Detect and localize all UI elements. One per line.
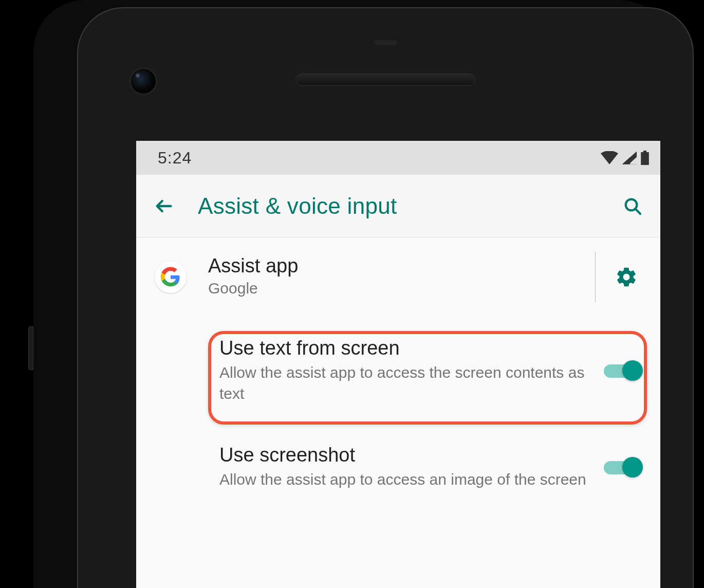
switch-thumb (622, 360, 643, 381)
svg-line-1 (636, 209, 640, 213)
assist-app-row[interactable]: Assist app Google (136, 237, 660, 317)
phone-camera (129, 67, 157, 95)
use-text-title: Use text from screen (219, 337, 591, 359)
use-text-from-screen-row[interactable]: Use text from screen Allow the assist ap… (136, 317, 660, 421)
search-icon (622, 196, 643, 216)
assist-app-title: Assist app (208, 255, 583, 277)
phone-screen: 5:24 Assist & voic (136, 141, 660, 588)
assist-app-settings-button[interactable] (612, 263, 641, 291)
app-bar: Assist & voice input (136, 175, 660, 237)
status-bar: 5:24 (136, 141, 660, 175)
use-screenshot-toggle[interactable] (604, 457, 643, 477)
use-screenshot-subtitle: Allow the assist app to access an image … (219, 469, 591, 490)
gear-icon (615, 266, 638, 288)
switch-thumb (622, 457, 643, 477)
battery-icon (641, 151, 649, 165)
google-logo-icon (160, 267, 181, 287)
phone-side-button (28, 326, 33, 370)
use-screenshot-row[interactable]: Use screenshot Allow the assist app to a… (136, 421, 660, 503)
search-button[interactable] (618, 192, 647, 220)
use-screenshot-title: Use screenshot (219, 444, 591, 466)
assist-app-subtitle: Google (208, 278, 583, 299)
settings-list: Assist app Google Use text from screen A… (136, 237, 660, 503)
use-text-toggle[interactable] (604, 360, 643, 381)
page-title: Assist & voice input (198, 193, 599, 219)
wifi-icon (601, 151, 618, 164)
phone-outer-shell: 5:24 Assist & voic (33, 0, 671, 588)
status-time: 5:24 (158, 149, 192, 168)
status-icons (601, 151, 649, 165)
vertical-divider (595, 252, 596, 302)
use-text-subtitle: Allow the assist app to access the scree… (219, 362, 591, 404)
back-arrow-icon (154, 196, 174, 216)
back-button[interactable] (150, 192, 178, 220)
phone-sensor (374, 40, 397, 45)
phone-speaker (295, 74, 475, 86)
cellular-icon (622, 151, 637, 164)
google-app-icon (155, 261, 187, 293)
phone-frame: 5:24 Assist & voic (77, 7, 694, 588)
